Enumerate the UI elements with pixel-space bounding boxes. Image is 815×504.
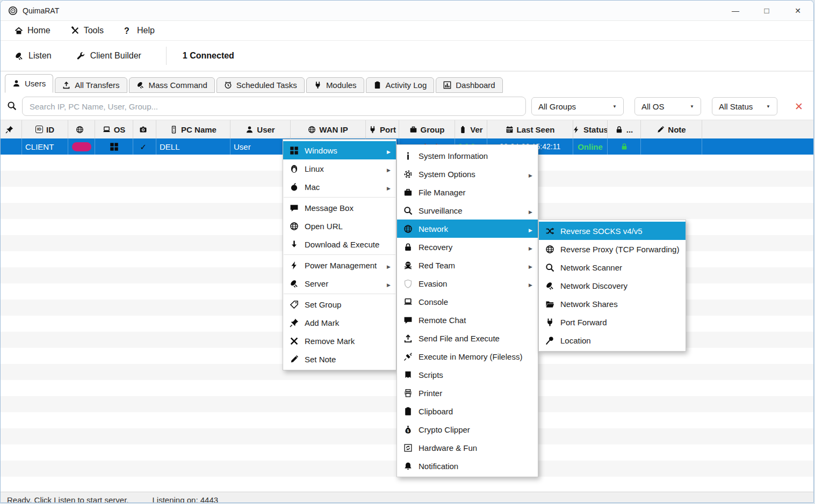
menu-item-system-information[interactable]: System Information: [397, 147, 538, 165]
person-icon: [12, 79, 20, 87]
column-label: WAN IP: [319, 125, 348, 134]
tab-mass-command[interactable]: Mass Command: [129, 77, 215, 93]
menu-item-execute-in-memory-fileless[interactable]: Execute in Memory (Fileless): [397, 347, 538, 366]
column-lock[interactable]: ...: [608, 120, 641, 138]
column-label: User: [257, 125, 275, 134]
plug-icon: [314, 81, 322, 89]
column-note[interactable]: Note: [641, 120, 702, 138]
filter-all-os[interactable]: All OS ▼: [634, 97, 701, 115]
dropdown-value: All OS: [641, 102, 665, 111]
printer-icon: [403, 389, 413, 398]
column-wan-ip[interactable]: WAN IP: [291, 120, 366, 138]
menu-item-location[interactable]: Location: [539, 331, 686, 349]
status-bar: Ready. Click Listen to start server. Lis…: [1, 492, 813, 503]
cell-user: User: [230, 138, 291, 155]
column-os[interactable]: OS: [95, 120, 133, 138]
menu-item-label: Hardware & Fun: [419, 443, 477, 452]
menu-item-printer[interactable]: Printer: [397, 384, 538, 402]
close-button[interactable]: ✕: [782, 1, 813, 20]
menu-item-network-discovery[interactable]: Network Discovery: [539, 276, 686, 295]
column-status[interactable]: Status: [573, 120, 608, 138]
menu-item-set-note[interactable]: Set Note: [283, 350, 396, 368]
menu-item-power-management[interactable]: Power Management: [283, 256, 396, 274]
menu-item-send-file-and-execute[interactable]: Send File and Execute: [397, 329, 538, 347]
menu-item-reverse-proxy-tcp-forwarding[interactable]: Reverse Proxy (TCP Forwarding): [539, 240, 686, 258]
menu-item-port-forward[interactable]: Port Forward: [539, 313, 686, 331]
toolbar-client-builder[interactable]: Client Builder: [76, 51, 141, 61]
column-user[interactable]: User: [230, 120, 291, 138]
lock-icon: [615, 126, 623, 134]
menu-item-set-group[interactable]: Set Group: [283, 295, 396, 313]
tools-icon: [71, 26, 80, 35]
menu-item-linux[interactable]: Linux: [283, 159, 396, 178]
column-port[interactable]: Port: [366, 120, 399, 138]
hwfun-icon: [403, 443, 413, 452]
menu-item-download-execute[interactable]: Download & Execute: [283, 235, 396, 253]
status-badge: Online: [573, 138, 608, 155]
filter-all-groups[interactable]: All Groups ▼: [531, 97, 624, 115]
column-pc-name[interactable]: PC Name: [156, 120, 230, 138]
menu-item-surveillance[interactable]: Surveillance: [397, 201, 538, 220]
menu-item-notification[interactable]: Notification: [397, 457, 538, 475]
maximize-button[interactable]: □: [751, 1, 782, 20]
menu-item-add-mark[interactable]: Add Mark: [283, 313, 396, 332]
menu-item-file-manager[interactable]: File Manager: [397, 183, 538, 201]
window-controls: — □ ✕: [720, 1, 813, 20]
menu-item-open-url[interactable]: Open URL: [283, 217, 396, 235]
menu-item-hardware-fun[interactable]: Hardware & Fun: [397, 439, 538, 457]
toolbar-listen[interactable]: Listen: [15, 51, 52, 61]
submenu-arrow-icon: [383, 164, 391, 173]
menu-item-red-team[interactable]: Red Team: [397, 256, 538, 274]
tab-activity-log[interactable]: Activity Log: [366, 77, 435, 93]
win-icon: [290, 146, 299, 155]
menu-item-mac[interactable]: Mac: [283, 178, 396, 196]
column-label: Group: [421, 125, 445, 134]
column-id[interactable]: ID ID: [22, 120, 68, 138]
menu-item-remote-chat[interactable]: Remote Chat: [397, 311, 538, 329]
menu-label: Help: [137, 26, 155, 35]
submenu-arrow-icon: [383, 182, 391, 192]
cell-webcam: ✓: [133, 138, 156, 155]
menu-item-message-box[interactable]: Message Box: [283, 199, 396, 217]
column-label: ...: [626, 125, 633, 134]
menu-item-label: Execute in Memory (Fileless): [419, 352, 522, 361]
menu-tools[interactable]: Tools: [71, 26, 104, 35]
search-input[interactable]: [22, 97, 526, 116]
tab-users[interactable]: Users: [5, 74, 53, 93]
menu-item-network-scanner[interactable]: Network Scanner: [539, 258, 686, 276]
menu-item-label: Download & Execute: [305, 240, 379, 249]
menu-item-evasion[interactable]: Evasion: [397, 274, 538, 293]
tab-all-transfers[interactable]: All Transfers: [55, 77, 127, 93]
menu-home[interactable]: Home: [15, 26, 51, 35]
menu-item-network[interactable]: Network: [397, 220, 538, 238]
info-icon: [403, 151, 413, 160]
cell-os: [95, 138, 133, 155]
menu-item-server[interactable]: Server: [283, 274, 396, 293]
menu-item-windows[interactable]: Windows: [283, 141, 396, 159]
minimize-button[interactable]: —: [720, 1, 751, 20]
column-country[interactable]: [68, 120, 95, 138]
menu-item-clipboard[interactable]: Clipboard: [397, 402, 538, 420]
menu-item-crypto-clipper[interactable]: $ Crypto Clipper: [397, 420, 538, 439]
tab-modules[interactable]: Modules: [306, 77, 364, 93]
menu-item-recovery[interactable]: Recovery: [397, 238, 538, 256]
column-webcam[interactable]: [133, 120, 156, 138]
briefcase-icon: [409, 126, 417, 134]
menu-item-remove-mark[interactable]: Remove Mark: [283, 332, 396, 350]
xmark-icon: [290, 337, 299, 346]
menu-item-system-options[interactable]: System Options: [397, 165, 538, 183]
menu-help[interactable]: ? Help: [124, 26, 155, 35]
menu-item-console[interactable]: Console: [397, 293, 538, 311]
menu-item-label: Red Team: [419, 261, 455, 270]
column-pin[interactable]: [1, 120, 22, 138]
menu-item-network-shares[interactable]: Network Shares: [539, 295, 686, 313]
menu-item-scripts[interactable]: Scripts: [397, 366, 538, 384]
clear-filters-button[interactable]: ✕: [791, 99, 806, 113]
filter-all-status[interactable]: All Status ▼: [712, 97, 777, 115]
menu-item-reverse-socks-v4-v5[interactable]: Reverse SOCKS v4/v5: [539, 222, 686, 240]
tab-scheduled-tasks[interactable]: Scheduled Tasks: [217, 77, 305, 93]
column-last-seen[interactable]: Last Seen: [487, 120, 573, 138]
column-group[interactable]: Group: [399, 120, 455, 138]
tab-dashboard[interactable]: Dashboard: [436, 77, 502, 93]
column-ver[interactable]: Ver: [455, 120, 487, 138]
